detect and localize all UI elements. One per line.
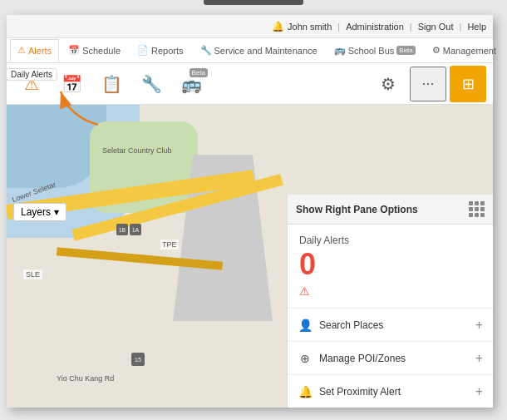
- username: John smith: [288, 22, 332, 32]
- map-label-sle: SLE: [23, 269, 42, 279]
- tab-schedule[interactable]: 📅 Schedule: [61, 39, 128, 62]
- main-window: 🔔 John smith | Administration | Sign Out…: [7, 15, 493, 408]
- alert-warning-icon: ⚠: [299, 284, 481, 298]
- alerts-tab-label: Alerts: [28, 46, 52, 56]
- management-tab-icon: ⚙: [432, 45, 441, 56]
- map-badge-1a: 1A: [130, 224, 141, 235]
- top-bar: 🔔 John smith | Administration | Sign Out…: [7, 15, 493, 38]
- reports-toolbar-btn[interactable]: 📋: [93, 67, 130, 101]
- map-label-seletar-country: Seletar Country Club: [102, 146, 172, 155]
- beta-badge: Beta: [396, 46, 415, 55]
- bus-btn-wrapper: 🚌 Beta: [173, 67, 209, 101]
- alerts-toolbar-btn[interactable]: ⚠: [13, 67, 50, 101]
- schedule-toolbar-btn[interactable]: 📅: [53, 67, 90, 101]
- tab-schoolbus[interactable]: 🚌 School Bus Beta: [327, 39, 423, 62]
- map-badge-15: 15: [131, 353, 145, 366]
- proximity-alert-icon: 🔔: [298, 385, 313, 398]
- tab-management[interactable]: ⚙ Management: [425, 39, 504, 62]
- schedule-toolbar-icon: 📅: [62, 74, 82, 94]
- manage-poi-label: Manage POI/Zones: [319, 353, 406, 364]
- tools-toolbar-icon: 🔧: [141, 74, 162, 94]
- map-area[interactable]: Lower Seletar Seletar Country Club TPE S…: [7, 105, 493, 408]
- alert-btn-wrapper: ⚠ Daily Alerts: [13, 67, 50, 101]
- right-panel-header: Show Right Pane Options: [288, 195, 493, 225]
- tools-toolbar-btn[interactable]: 🔧: [133, 67, 170, 101]
- daily-alerts-title: Daily Alerts: [299, 235, 481, 246]
- user-info: 🔔 John smith | Administration | Sign Out…: [272, 21, 486, 32]
- alerts-tab-icon: ⚠: [17, 45, 26, 56]
- schedule-tab-icon: 📅: [68, 45, 80, 56]
- right-panel: Show Right Pane Options Daily Alerts 0: [287, 195, 493, 408]
- reports-tab-icon: 📄: [137, 45, 149, 56]
- signout-link[interactable]: Sign Out: [418, 22, 454, 32]
- alerts-toolbar-icon: ⚠: [24, 74, 39, 94]
- service-tab-icon: 🔧: [200, 45, 212, 56]
- manage-poi-item[interactable]: ⊕ Manage POI/Zones +: [288, 342, 493, 375]
- layers-chevron-icon: ▾: [54, 206, 59, 218]
- nav-tabs: ⚠ Alerts 📅 Schedule 📄 Reports 🔧 Service …: [7, 38, 493, 63]
- search-places-plus: +: [475, 318, 483, 333]
- reports-tab-label: Reports: [151, 46, 184, 56]
- more-toolbar-btn[interactable]: ···: [410, 67, 446, 101]
- expand-btn[interactable]: ⊞: [450, 66, 486, 102]
- schoolbus-tab-icon: 🚌: [334, 45, 346, 56]
- search-places-label: Search Places: [319, 319, 383, 331]
- layers-btn[interactable]: Layers ▾: [13, 203, 66, 221]
- daily-alerts-section: Daily Alerts 0 ⚠: [288, 225, 493, 309]
- tab-reports[interactable]: 📄 Reports: [130, 39, 191, 62]
- schedule-tab-label: Schedule: [82, 46, 121, 56]
- expand-icon: ⊞: [462, 75, 475, 93]
- search-places-item[interactable]: 👤 Search Places +: [288, 309, 493, 342]
- proximity-alert-plus: +: [475, 384, 483, 399]
- proximity-alert-label: Set Proximity Alert: [319, 386, 401, 398]
- daily-alerts-count: 0: [299, 250, 481, 279]
- manage-poi-plus: +: [475, 351, 483, 366]
- tab-service[interactable]: 🔧 Service and Maintenance: [193, 39, 325, 62]
- service-tab-label: Service and Maintenance: [214, 46, 317, 56]
- reports-toolbar-icon: 📋: [101, 74, 122, 94]
- more-icon: ···: [421, 75, 434, 92]
- bus-beta-badge: Beta: [190, 68, 208, 77]
- layers-label: Layers: [21, 206, 51, 218]
- gear-toolbar-icon: ⚙: [381, 74, 396, 94]
- manage-poi-icon: ⊕: [298, 352, 313, 365]
- map-label-yck: Yio Chu Kang Rd: [57, 374, 114, 383]
- proximity-alert-item[interactable]: 🔔 Set Proximity Alert +: [288, 375, 493, 408]
- search-places-icon: 👤: [298, 319, 313, 332]
- map-badge-1b: 1B: [116, 224, 128, 235]
- user-alert-icon: 🔔: [272, 21, 284, 32]
- grid-icon[interactable]: [469, 201, 485, 217]
- tab-alerts[interactable]: ⚠ Alerts: [10, 39, 59, 62]
- schoolbus-tab-label: School Bus: [348, 46, 395, 56]
- map-label-tpe: TPE: [160, 240, 179, 250]
- toolbar: ⚠ Daily Alerts 📅 📋 🔧 🚌 Beta ⚙ ··· ⊞: [7, 63, 493, 105]
- top-line: [204, 0, 303, 5]
- help-link[interactable]: Help: [467, 22, 486, 32]
- management-tab-label: Management: [443, 46, 496, 56]
- right-panel-title: Show Right Pane Options: [296, 204, 418, 215]
- admin-link[interactable]: Administration: [346, 22, 404, 32]
- gear-toolbar-btn[interactable]: ⚙: [370, 67, 406, 101]
